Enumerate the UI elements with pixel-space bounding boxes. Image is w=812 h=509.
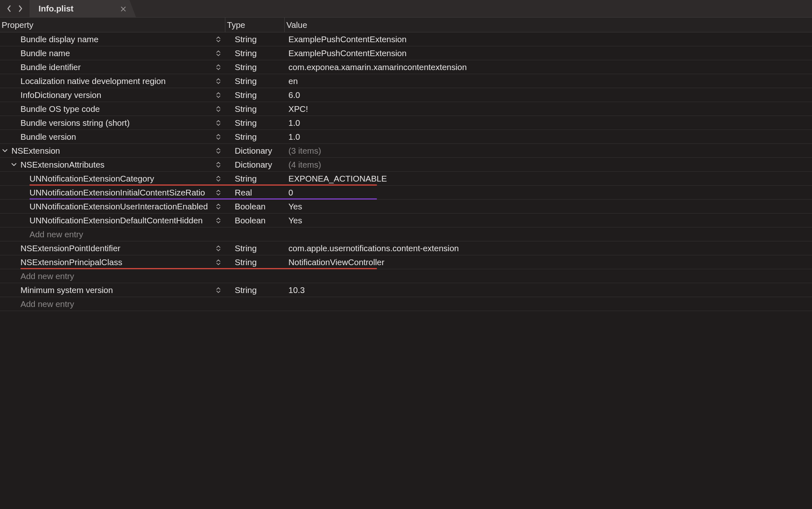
value-cell[interactable]: 6.0 [284, 90, 812, 100]
value-cell[interactable]: com.exponea.xamarin.xamarincontentextens… [284, 62, 812, 72]
plist-row[interactable]: Bundle versions string (short)String1.0 [0, 116, 812, 130]
plist-row[interactable]: NSExtensionPointIdentifierStringcom.appl… [0, 241, 812, 255]
value-cell[interactable]: 10.3 [284, 285, 812, 295]
plist-row[interactable]: NSExtensionPrincipalClassStringNotificat… [0, 255, 812, 269]
value-cell[interactable]: (3 items) [284, 146, 812, 156]
property-cell[interactable]: InfoDictionary version [0, 90, 225, 100]
type-cell[interactable]: Real [225, 188, 284, 198]
plist-row[interactable]: UNNotificationExtensionUserInteractionEn… [0, 200, 812, 214]
property-cell[interactable]: Bundle identifier [0, 62, 225, 72]
value-cell[interactable]: Yes [284, 202, 812, 211]
key-type-stepper[interactable] [215, 77, 222, 85]
plist-row[interactable]: NSExtensionAttributesDictionary(4 items) [0, 158, 812, 172]
value-cell[interactable]: 1.0 [284, 118, 812, 128]
disclosure-triangle[interactable] [11, 161, 17, 168]
value-cell[interactable]: en [284, 76, 812, 86]
tab-info-plist[interactable]: Info.plist [29, 0, 136, 17]
property-cell[interactable]: NSExtensionPointIdentifier [0, 243, 225, 253]
property-cell[interactable]: UNNotificationExtensionCategory [0, 174, 225, 184]
type-cell[interactable]: String [225, 174, 284, 184]
key-type-stepper[interactable] [215, 63, 222, 71]
key-type-stepper[interactable] [215, 105, 222, 113]
plist-row[interactable]: Bundle OS type codeStringXPC! [0, 102, 812, 116]
key-type-stepper[interactable] [215, 286, 222, 294]
property-cell[interactable]: Bundle version [0, 132, 225, 142]
column-header-value[interactable]: Value [284, 18, 812, 32]
property-cell[interactable]: Bundle OS type code [0, 104, 225, 114]
value-cell[interactable]: Yes [284, 216, 812, 225]
property-cell[interactable]: NSExtensionPrincipalClass [0, 257, 225, 267]
type-cell[interactable]: String [225, 62, 284, 72]
add-new-entry-row[interactable]: Add new entry [0, 297, 812, 311]
property-cell[interactable]: NSExtension [0, 146, 225, 156]
property-cell[interactable]: Bundle display name [0, 34, 225, 44]
key-type-stepper[interactable] [215, 35, 222, 43]
type-cell[interactable]: String [225, 90, 284, 100]
key-type-stepper[interactable] [215, 202, 222, 211]
property-cell[interactable]: UNNotificationExtensionUserInteractionEn… [0, 202, 225, 211]
key-type-stepper[interactable] [215, 91, 222, 99]
value-cell[interactable]: EXPONEA_ACTIONABLE [284, 174, 812, 184]
plist-row[interactable]: UNNotificationExtensionDefaultContentHid… [0, 214, 812, 227]
nav-back-button[interactable] [3, 3, 15, 14]
plist-row[interactable]: Bundle nameStringExamplePushContentExten… [0, 46, 812, 60]
type-cell[interactable]: String [225, 104, 284, 114]
value-cell[interactable]: (4 items) [284, 160, 812, 170]
type-cell[interactable]: Boolean [225, 202, 284, 211]
key-type-stepper[interactable] [215, 189, 222, 197]
property-cell[interactable]: Bundle versions string (short) [0, 118, 225, 128]
type-cell[interactable]: Boolean [225, 216, 284, 225]
property-cell[interactable]: UNNotificationExtensionInitialContentSiz… [0, 188, 225, 198]
plist-row[interactable]: Localization native development regionSt… [0, 74, 812, 88]
type-cell[interactable]: String [225, 34, 284, 44]
type-cell[interactable]: String [225, 118, 284, 128]
tab-close-button[interactable] [120, 4, 127, 14]
value-cell[interactable]: 1.0 [284, 132, 812, 142]
type-cell[interactable]: String [225, 243, 284, 253]
key-type-stepper[interactable] [215, 175, 222, 183]
plist-row[interactable]: NSExtensionDictionary(3 items) [0, 144, 812, 158]
property-cell[interactable]: Add new entry [0, 271, 225, 281]
key-type-stepper[interactable] [215, 49, 222, 57]
column-header-type[interactable]: Type [225, 18, 284, 32]
type-cell[interactable]: String [225, 285, 284, 295]
property-cell[interactable]: Add new entry [0, 299, 225, 309]
key-type-stepper[interactable] [215, 258, 222, 266]
property-cell[interactable]: UNNotificationExtensionDefaultContentHid… [0, 216, 225, 225]
property-cell[interactable]: Minimum system version [0, 285, 225, 295]
type-cell[interactable]: Dictionary [225, 160, 284, 170]
key-type-stepper[interactable] [215, 147, 222, 155]
plist-row[interactable]: InfoDictionary versionString6.0 [0, 88, 812, 102]
value-cell[interactable]: ExamplePushContentExtension [284, 48, 812, 58]
nav-forward-button[interactable] [15, 3, 26, 14]
value-cell[interactable]: com.apple.usernotifications.content-exte… [284, 243, 812, 253]
disclosure-triangle[interactable] [2, 148, 8, 154]
type-cell[interactable]: String [225, 48, 284, 58]
property-cell[interactable]: Localization native development region [0, 76, 225, 86]
value-cell[interactable]: NotificationViewController [284, 257, 812, 267]
key-type-stepper[interactable] [215, 216, 222, 225]
plist-row[interactable]: UNNotificationExtensionInitialContentSiz… [0, 186, 812, 200]
key-type-stepper[interactable] [215, 119, 222, 127]
property-cell[interactable]: NSExtensionAttributes [0, 160, 225, 170]
value-cell[interactable]: 0 [284, 188, 812, 198]
column-header-property[interactable]: Property [0, 18, 225, 32]
add-new-entry-row[interactable]: Add new entry [0, 269, 812, 283]
plist-row[interactable]: Bundle display nameStringExamplePushCont… [0, 32, 812, 46]
type-cell[interactable]: String [225, 132, 284, 142]
key-type-stepper[interactable] [215, 244, 222, 252]
plist-row[interactable]: UNNotificationExtensionCategoryStringEXP… [0, 172, 812, 186]
add-new-entry-row[interactable]: Add new entry [0, 227, 812, 241]
key-type-stepper[interactable] [215, 133, 222, 141]
plist-row[interactable]: Minimum system versionString10.3 [0, 283, 812, 297]
plist-row[interactable]: Bundle versionString1.0 [0, 130, 812, 144]
value-cell[interactable]: XPC! [284, 104, 812, 114]
plist-row[interactable]: Bundle identifierStringcom.exponea.xamar… [0, 60, 812, 74]
value-cell[interactable]: ExamplePushContentExtension [284, 34, 812, 44]
type-cell[interactable]: String [225, 257, 284, 267]
type-cell[interactable]: Dictionary [225, 146, 284, 156]
key-type-stepper[interactable] [215, 161, 222, 169]
property-cell[interactable]: Bundle name [0, 48, 225, 58]
type-cell[interactable]: String [225, 76, 284, 86]
property-cell[interactable]: Add new entry [0, 230, 225, 239]
